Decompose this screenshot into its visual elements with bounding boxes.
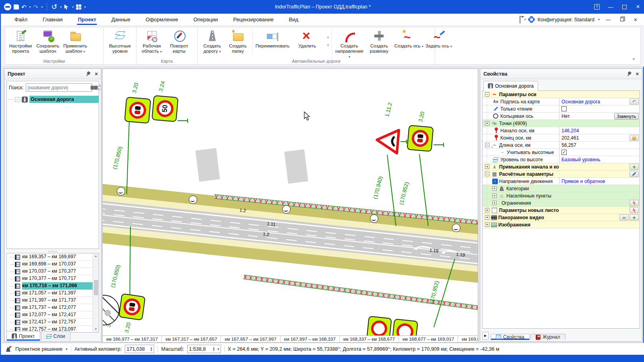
road[interactable] — [103, 183, 478, 285]
km-list-item[interactable]: км 170,377 – км 170,717 — [7, 275, 93, 282]
property-value-cell[interactable] — [559, 149, 640, 156]
guardrail-strip[interactable] — [244, 275, 478, 310]
rotate-tool-button[interactable]: ↺ — [51, 4, 57, 10]
km-tab[interactable]: км 168,677 – км 169,017 — [399, 336, 458, 342]
property-value-cell[interactable] — [559, 105, 640, 112]
ribbon-button[interactable]: Настройки проекта ▾ — [7, 29, 34, 54]
km-list-item[interactable]: км 171,397 – км 171,737 — [7, 297, 93, 304]
km-tab[interactable]: км 168,337 – км 168,677 — [340, 336, 399, 342]
minimize-button[interactable]: — — [604, 0, 617, 14]
property-value-cell[interactable]: Основная дорога — [559, 98, 640, 105]
km-list-item[interactable]: км 170,037 – км 170,377 — [7, 268, 93, 275]
ribbon-button[interactable]: Создать дорогу ▾ — [199, 29, 225, 54]
search-input[interactable] — [26, 83, 92, 92]
doc-restore-button[interactable] — [617, 15, 627, 24]
project-mode-selector[interactable]: Проектное решение — [15, 346, 62, 352]
ribbon-button[interactable]: Применить шаблон ▾ — [62, 29, 89, 54]
active-km-stepper[interactable]: 171,038 ▲▼ — [125, 345, 154, 353]
scroll-up-icon[interactable]: ▲ — [94, 253, 97, 259]
property-row[interactable]: Точки (4909) — [483, 120, 640, 127]
property-value-cell[interactable] — [559, 207, 640, 214]
redo-button[interactable]: ↷ — [33, 4, 39, 10]
traffic-sign-no-overtaking[interactable] — [124, 97, 151, 123]
menu-item[interactable]: Проект — [77, 14, 97, 25]
menu-item[interactable]: Данные — [111, 14, 131, 25]
km-list-item[interactable]: км 170,716 – км 171,066 — [7, 282, 93, 290]
expander-icon[interactable] — [485, 92, 489, 97]
traffic-sign-end-no-overtaking[interactable] — [103, 295, 120, 325]
property-value-cell[interactable] — [559, 192, 640, 199]
km-tab[interactable]: км 167,997 – км 168,337 — [281, 336, 340, 342]
pin-icon[interactable] — [85, 70, 92, 77]
property-value-cell[interactable]: 146,204 — [559, 127, 640, 134]
config-dropdown-icon[interactable]: ▾ — [598, 18, 600, 21]
km-list-item[interactable]: км 169,698 – км 170,037 — [7, 261, 93, 268]
property-row[interactable]: Учитывать высотные — [483, 149, 640, 156]
gear-icon[interactable] — [529, 17, 534, 22]
property-action-button[interactable] — [630, 164, 639, 170]
survey-point[interactable] — [370, 214, 378, 223]
expander-icon[interactable] — [485, 208, 489, 212]
km-list-item[interactable]: км 172,417 – км 172,757 — [7, 319, 93, 326]
property-action-button[interactable] — [630, 200, 639, 206]
pointer-dropdown-icon[interactable]: ▾ — [72, 5, 74, 9]
property-row[interactable]: Населённые пункты — [483, 192, 640, 200]
km-tab[interactable]: км 166,977 – км 167,317 — [103, 336, 162, 342]
ribbon-button[interactable]: Рабочая область ▾ — [138, 29, 165, 54]
scroll-thumb[interactable] — [94, 280, 98, 295]
property-row[interactable]: Ограничения — [483, 200, 640, 207]
km-tab[interactable]: км 169,017 – км 169,357 — [458, 336, 478, 342]
tree-checkbox[interactable]: ✓ — [15, 97, 20, 102]
property-value-cell[interactable] — [559, 171, 640, 177]
property-value-cell[interactable]: Базовый уровень — [559, 156, 640, 163]
km-list-item[interactable]: км 169,357 – км 169,697 — [7, 253, 93, 261]
property-row[interactable]: Длина оси, км 56,257 — [483, 142, 640, 149]
maximize-button[interactable] — [617, 0, 631, 14]
property-row[interactable]: Изображения — [483, 221, 640, 228]
property-action-button[interactable] — [630, 135, 639, 141]
checkbox[interactable] — [561, 150, 567, 155]
menu-item[interactable]: Рецензирование — [232, 14, 274, 25]
expander-icon[interactable] — [492, 201, 497, 205]
scroll-down-icon[interactable]: ▼ — [94, 327, 97, 332]
save-button[interactable] — [14, 4, 19, 10]
mail-icon[interactable] — [520, 16, 520, 23]
ribbon-button[interactable]: Сохранить шаблон ▾ — [34, 29, 62, 54]
km-tab[interactable]: км 167,657 – км 167,997 — [221, 336, 280, 342]
survey-point[interactable] — [452, 224, 460, 232]
scale-stepper[interactable]: 1:538,8 ▲▼ ▾ — [187, 345, 221, 353]
move-down-button[interactable]: ▼ — [326, 43, 330, 47]
ribbon-button[interactable]: Создать ось ▾ — [394, 29, 424, 60]
property-value-cell[interactable]: 56,257 — [559, 142, 640, 148]
property-action-button[interactable] — [619, 214, 629, 220]
close-icon[interactable]: × — [636, 71, 639, 77]
tab-properties[interactable]: Свойства — [491, 334, 530, 340]
property-action-button[interactable] — [630, 214, 639, 220]
configuration-selector[interactable]: Конфигурация: Standard — [537, 17, 594, 23]
chevron-down-icon[interactable]: ▾ — [66, 347, 68, 351]
help-button[interactable]: ? — [590, 0, 604, 14]
survey-point[interactable] — [282, 205, 291, 214]
property-value-cell[interactable]: Прямое и обратное — [559, 178, 640, 185]
property-row[interactable]: Расчётные параметры — [483, 171, 640, 178]
redo-dropdown-icon[interactable]: ▾ — [41, 5, 43, 9]
menu-item[interactable]: Файл — [14, 14, 28, 25]
doc-minimize-button[interactable]: — — [603, 15, 613, 24]
checkbox[interactable] — [561, 106, 567, 111]
traffic-sign-curve-warning[interactable] — [373, 127, 402, 155]
undo-button[interactable]: ↶ — [21, 4, 27, 10]
property-row[interactable]: Параметры новых листов — [483, 207, 640, 214]
property-row[interactable]: Параметры оси — [483, 91, 640, 98]
ribbon-button[interactable]: Высотные уровни — [105, 29, 135, 54]
property-row[interactable]: Направление движения Прямое и обратное — [483, 178, 640, 185]
move-up-button[interactable]: ▲ — [326, 35, 330, 39]
menu-item[interactable]: Операции — [192, 14, 219, 25]
property-value-cell[interactable]: 202,461 — [559, 134, 640, 141]
tree-row-main-road[interactable]: ✓ Основная дорога — [7, 95, 99, 103]
close-icon[interactable]: × — [95, 71, 98, 77]
close-button[interactable]: × — [631, 0, 644, 14]
tab-layers[interactable]: Слои — [41, 331, 70, 341]
menu-item[interactable]: Главная — [42, 14, 63, 25]
sort-az-icon[interactable]: Ая↓ — [98, 84, 101, 91]
property-value-cell[interactable] — [559, 120, 640, 127]
